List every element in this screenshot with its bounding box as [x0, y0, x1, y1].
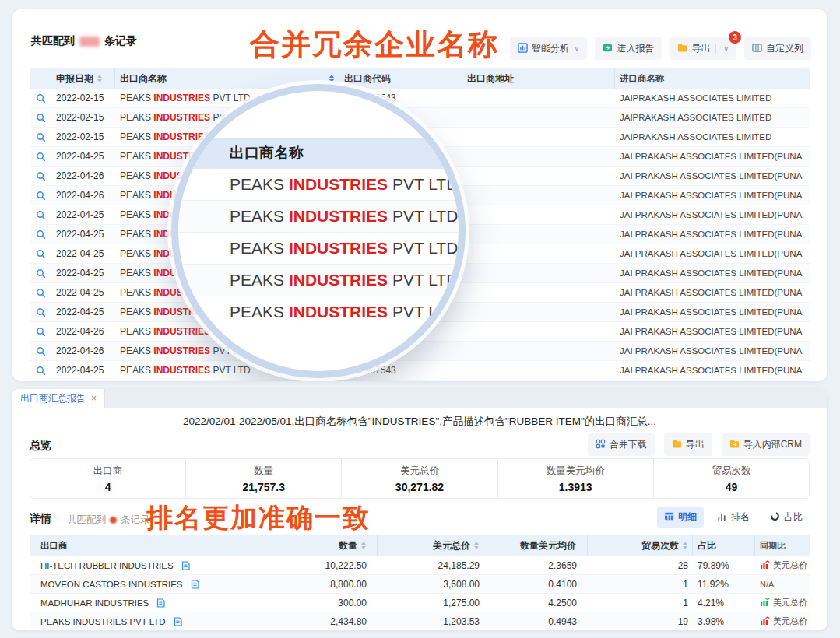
summary-qty: 2,434.80 [286, 616, 378, 627]
summary-avg: 2.3659 [490, 560, 588, 571]
smart-analysis-button[interactable]: 智能分析 ∨ [510, 37, 588, 60]
view-detail-label: 明细 [678, 510, 697, 524]
row-search-icon[interactable] [30, 307, 51, 317]
row-importer-name: JAI PRAKASH ASSOCIATES LIMITED(PUNA [615, 210, 810, 219]
magnifier-row: PEAKS INDUSTRIES PVT LTD [178, 169, 459, 201]
row-search-icon[interactable] [30, 132, 51, 142]
header-date-label: 申报日期 [56, 72, 93, 86]
view-share-button[interactable]: 占比 [763, 507, 810, 528]
summary-exporter[interactable]: PEAKS INDUSTRIES PVT LTD [30, 617, 286, 626]
row-date: 2022-02-15 [51, 131, 115, 142]
redacted-count [79, 37, 100, 47]
header-cell-date[interactable]: 申报日期 [51, 68, 115, 89]
row-search-icon[interactable] [30, 230, 51, 240]
stat-出口商: 出口商4 [30, 459, 186, 498]
chevron-down-icon: ∨ [723, 45, 729, 53]
summary-trades: 1 [588, 579, 693, 590]
detail-match-prefix: 共匹配到 [67, 514, 106, 527]
row-search-icon[interactable] [30, 346, 51, 356]
row-importer-name: JAI PRAKASH ASSOCIATES LIMITED(PUNA [615, 327, 810, 336]
export-icon [672, 439, 682, 451]
magnifier-rows: PEAKS INDUSTRIES PVT LTDPEAKS INDUSTRIES… [178, 169, 459, 328]
summary-table: 出口商 数量 美元总价 数量美元均价 贸易次数 占比 同期比 HI-TECH R… [30, 535, 810, 630]
row-importer-name: JAIPRAKASH ASSOCIATES LIMITED [615, 132, 810, 142]
export-badge: 3 [729, 31, 741, 44]
stat-label: 数量 [186, 464, 341, 478]
custom-columns-label: 自定义列 [766, 42, 803, 55]
company-report-icon[interactable] [191, 580, 199, 589]
detail-table-icon [664, 511, 674, 524]
row-importer-name: JAIPRAKASH ASSOCIATES LIMITED [615, 113, 810, 122]
row-importer-name: JAI PRAKASH ASSOCIATES LIMITED(PUNA [615, 366, 810, 375]
summary-qty: 10,222.50 [286, 560, 378, 571]
table-row: 2022-04-25PEAKS INDUSTRIES PVT LTD021690… [30, 361, 810, 380]
view-detail-button[interactable]: 明细 [657, 507, 704, 528]
stat-value: 4 [30, 481, 185, 493]
row-date: 2022-04-25 [51, 209, 115, 220]
report-export-button[interactable]: 导出 [664, 433, 712, 456]
summary-qty: 300.00 [286, 598, 378, 608]
header-cell-trades[interactable]: 贸易次数 [588, 535, 693, 556]
row-search-icon[interactable] [30, 366, 51, 376]
header-cell-qty[interactable]: 数量 [286, 535, 378, 556]
merge-download-label: 合并下载 [610, 438, 647, 451]
company-report-icon[interactable] [156, 598, 165, 608]
stat-value: 49 [654, 481, 809, 493]
row-date: 2022-04-25 [51, 268, 115, 279]
stat-数量美元均价: 数量美元均价1.3913 [498, 459, 654, 498]
magnifier-row: PEAKS INDUSTRIES PVT LTD [178, 201, 459, 233]
sort-icon[interactable] [361, 542, 366, 549]
enter-report-button[interactable]: 进入报告 [595, 37, 662, 60]
summary-exporter[interactable]: MADHUHAR INDUSTRIES [30, 598, 286, 608]
detail-label: 详情 [30, 512, 51, 526]
summary-avg: 0.4943 [490, 616, 588, 627]
summary-exporter[interactable]: MOVEON CASTORS INDUSTRIES [30, 580, 286, 589]
header-cell-exporter: 出口商 [30, 535, 286, 556]
row-importer-name: JAIPRAKASH ASSOCIATES LIMITED [615, 93, 810, 103]
export-button[interactable]: 导出 ∨ 3 [670, 37, 736, 60]
row-search-icon[interactable] [30, 171, 51, 181]
close-icon[interactable]: × [91, 393, 97, 404]
stat-美元总价: 美元总价30,271.82 [342, 459, 497, 498]
row-date: 2022-04-26 [51, 326, 115, 337]
header-cell-code: 出口商代码 [339, 68, 462, 89]
records-toolbar: 智能分析 ∨ 进入报告 导出 ∨ 3 自定义列 [510, 37, 811, 60]
detail-match-text: 共匹配到 条记录 [67, 514, 150, 527]
header-cell-yoy: 同期比 [755, 535, 810, 556]
row-search-icon[interactable] [30, 210, 51, 220]
summary-table-body: HI-TECH RUBBER INDUSTRIES 10,222.5024,18… [30, 556, 810, 630]
row-search-icon[interactable] [30, 113, 51, 123]
row-search-icon[interactable] [30, 327, 51, 337]
view-share-label: 占比 [784, 510, 803, 524]
row-search-icon[interactable] [30, 249, 51, 259]
sort-icon[interactable] [683, 542, 687, 549]
row-search-icon[interactable] [30, 93, 51, 103]
merge-download-button[interactable]: 合并下载 [588, 433, 655, 456]
row-date: 2022-04-25 [51, 307, 115, 317]
company-report-icon[interactable] [181, 561, 190, 570]
custom-columns-button[interactable]: 自定义列 [744, 37, 811, 60]
sort-icon[interactable] [474, 542, 479, 549]
row-search-icon[interactable] [30, 268, 51, 279]
summary-exporter[interactable]: HI-TECH RUBBER INDUSTRIES [30, 561, 286, 570]
rank-icon [717, 511, 727, 524]
stat-贸易次数: 贸易次数49 [654, 459, 809, 498]
tab-exporter-summary-report[interactable]: 出口商汇总报告 × [12, 389, 105, 408]
row-search-icon[interactable] [30, 191, 51, 201]
view-rank-button[interactable]: 排名 [710, 507, 757, 528]
sort-icon-active[interactable] [329, 75, 334, 82]
row-importer-name: JAI PRAKASH ASSOCIATES LIMITED(PUNA [615, 288, 810, 297]
records-panel-header: 共匹配到 条记录 合并冗余企业名称 智能分析 ∨ 进入报告 导出 ∨ 3 [12, 9, 827, 68]
row-search-icon[interactable] [30, 288, 51, 298]
import-crm-button[interactable]: 导入内部CRM [722, 433, 810, 456]
company-report-icon[interactable] [174, 617, 182, 626]
sort-icon[interactable] [97, 75, 102, 82]
import-crm-icon [729, 439, 740, 451]
table-row: 2022-04-26PEAKS INDUSTRIES PVT LTD021690… [30, 342, 810, 361]
header-cell-usd[interactable]: 美元总价 [378, 535, 490, 556]
report-icon [603, 43, 613, 55]
overview-label: 总览 [30, 439, 51, 453]
magnifier-overlay: 出口商名称 PEAKS INDUSTRIES PVT LTDPEAKS INDU… [171, 84, 466, 378]
row-search-icon[interactable] [30, 152, 51, 162]
summary-trades: 19 [588, 616, 693, 627]
